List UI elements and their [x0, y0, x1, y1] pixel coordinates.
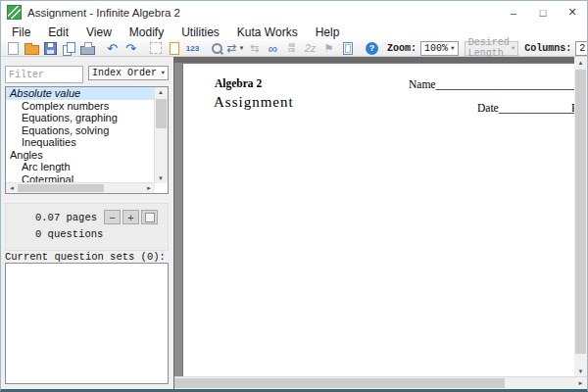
- menu-edit[interactable]: Edit: [39, 24, 77, 40]
- scramble-all-button[interactable]: ⇆: [245, 41, 264, 56]
- toolbar: ↶ ↷ 123 ⇄▼ ⇆ ∞ ABCD 2z ⚑ ? Zoom: 100%▼ D…: [1, 40, 587, 57]
- questions-count: 0 questions: [35, 228, 103, 240]
- blank-page-icon: [145, 213, 155, 222]
- redo-button[interactable]: ↷: [122, 41, 140, 56]
- scroll-up-icon[interactable]: ▲: [574, 57, 587, 69]
- pages-count: 0.07 pages: [35, 212, 97, 223]
- menu-help[interactable]: Help: [307, 24, 349, 40]
- scroll-right-icon[interactable]: ►: [143, 183, 155, 193]
- scroll-up-icon[interactable]: ▲: [155, 87, 167, 97]
- save-button[interactable]: [41, 41, 60, 56]
- scroll-right-icon[interactable]: ►: [574, 377, 587, 389]
- duplicate-button[interactable]: [60, 41, 78, 56]
- horizontal-scrollbar-thumb[interactable]: [174, 378, 505, 388]
- magnifier-icon: [212, 43, 222, 54]
- number-questions-button[interactable]: 123: [183, 41, 202, 56]
- annotation-button[interactable]: ⚑: [319, 41, 338, 56]
- page-setup-button[interactable]: [165, 41, 183, 56]
- desired-length-select[interactable]: Desired Length▼: [465, 41, 519, 56]
- fit-selection-icon: [150, 42, 162, 54]
- choices-button[interactable]: ABCD: [282, 41, 301, 56]
- title-bar: Assignment - Infinite Algebra 2 – □ ✕: [1, 1, 587, 24]
- scroll-left-icon[interactable]: ◄: [6, 183, 18, 193]
- worksheet-page[interactable]: Algebra 2 Assignment Name_______________…: [182, 63, 574, 377]
- help-icon: ?: [366, 42, 378, 55]
- scramble-button[interactable]: ⇄▼: [226, 41, 245, 56]
- topic-item-equations-graphing[interactable]: Equations, graphing: [6, 112, 168, 124]
- question-sets-list[interactable]: [5, 263, 169, 384]
- scroll-down-icon[interactable]: ▼: [155, 173, 167, 183]
- choices-icon: ABCD: [288, 43, 295, 53]
- zoom-label: Zoom:: [387, 43, 416, 54]
- topic-item-angles[interactable]: Angles: [6, 149, 168, 162]
- print-button[interactable]: [78, 41, 97, 56]
- zoom-select[interactable]: 100%▼: [420, 41, 459, 56]
- topic-item-inequalities[interactable]: Inequalities: [6, 136, 168, 149]
- topic-item-complex-numbers[interactable]: Complex numbers: [6, 100, 168, 113]
- app-window: Assignment - Infinite Algebra 2 – □ ✕ Fi…: [0, 0, 588, 392]
- worksheet-course: Algebra 2: [215, 77, 262, 89]
- worksheet-date-line: Date________________: [477, 102, 574, 114]
- fit-selection-button[interactable]: [146, 41, 165, 56]
- app-icon: [7, 5, 22, 20]
- topic-item-arc-length[interactable]: Arc length: [6, 161, 168, 173]
- topic-list: Absolute value Complex numbers Equations…: [5, 86, 169, 194]
- order-select[interactable]: Index Order▼: [88, 66, 169, 80]
- preview-horizontal-scrollbar[interactable]: ►: [174, 376, 587, 389]
- page-border-button[interactable]: [338, 41, 357, 56]
- menu-view[interactable]: View: [77, 24, 121, 40]
- question-sets-label: Current question sets (0):: [5, 251, 166, 263]
- filter-input[interactable]: [5, 66, 83, 83]
- close-button[interactable]: ✕: [558, 1, 587, 24]
- menu-file[interactable]: File: [3, 24, 39, 40]
- save-icon: [44, 42, 57, 55]
- topic-item-absolute-value[interactable]: Absolute value: [6, 87, 168, 100]
- columns-select[interactable]: 2▼: [575, 41, 588, 56]
- page-toggle-button[interactable]: [141, 210, 158, 224]
- dropdown-caret-icon: ▼: [239, 45, 245, 51]
- preview-vertical-scrollbar[interactable]: ▲ ▼: [574, 57, 587, 377]
- pages-panel: 0.07 pages − + 0 questions: [5, 203, 169, 251]
- chevron-down-icon: ▼: [448, 45, 455, 52]
- decrease-pages-button[interactable]: −: [104, 210, 121, 224]
- worksheet-title: Assignment: [214, 94, 294, 111]
- menu-modify[interactable]: Modify: [121, 24, 172, 40]
- duplicate-icon: [63, 42, 75, 55]
- open-button[interactable]: [23, 41, 41, 56]
- page-setup-icon: [170, 42, 179, 55]
- minimize-button[interactable]: –: [499, 1, 528, 24]
- horizontal-scrollbar-thumb[interactable]: [18, 184, 104, 192]
- worksheet-name-line: Name______________________________: [409, 78, 574, 90]
- topic-item-equations-solving[interactable]: Equations, solving: [6, 124, 168, 137]
- new-document-icon: [8, 42, 19, 55]
- sidebar: Index Order▼ Absolute value Complex numb…: [1, 57, 173, 389]
- vertical-scrollbar-thumb[interactable]: [156, 99, 167, 128]
- menu-kuta-works[interactable]: Kuta Works: [228, 24, 307, 40]
- help-button[interactable]: ?: [363, 41, 381, 56]
- vertical-scrollbar-thumb[interactable]: [575, 70, 586, 354]
- topic-list-vertical-scrollbar[interactable]: ▲ ▼: [154, 87, 168, 183]
- chevron-down-icon: ▼: [158, 70, 165, 76]
- undo-button[interactable]: ↶: [103, 41, 122, 56]
- maximize-button[interactable]: □: [528, 1, 558, 24]
- zoom-preview-button[interactable]: [208, 41, 226, 56]
- scramble-icon: ⇄: [226, 42, 236, 54]
- window-title: Assignment - Infinite Algebra 2: [27, 7, 180, 19]
- open-folder-icon: [24, 45, 39, 55]
- chevron-down-icon: ▼: [512, 45, 515, 52]
- columns-label: Columns:: [524, 43, 571, 54]
- directions-button[interactable]: 2z: [301, 41, 319, 56]
- topic-list-horizontal-scrollbar[interactable]: ◄ ►: [6, 182, 155, 193]
- menu-utilities[interactable]: Utilities: [172, 24, 228, 40]
- print-icon: [80, 46, 95, 55]
- new-document-button[interactable]: [4, 41, 23, 56]
- increase-pages-button[interactable]: +: [122, 210, 139, 224]
- window-controls: – □ ✕: [499, 1, 587, 24]
- page-border-icon: [343, 42, 353, 55]
- document-preview-area: Algebra 2 Assignment Name_______________…: [173, 57, 587, 389]
- regenerate-button[interactable]: ∞: [264, 41, 282, 56]
